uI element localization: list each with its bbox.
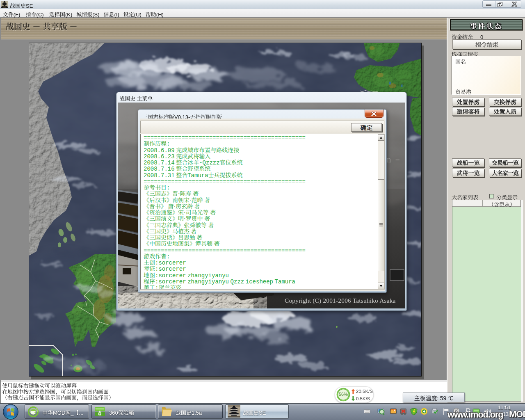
svg-text:n －: n －: [387, 155, 402, 164]
svg-text:Copyright (C) 2001-2006 Tatsuh: Copyright (C) 2001-2006 Tatsuhiko Asaka: [285, 297, 396, 304]
